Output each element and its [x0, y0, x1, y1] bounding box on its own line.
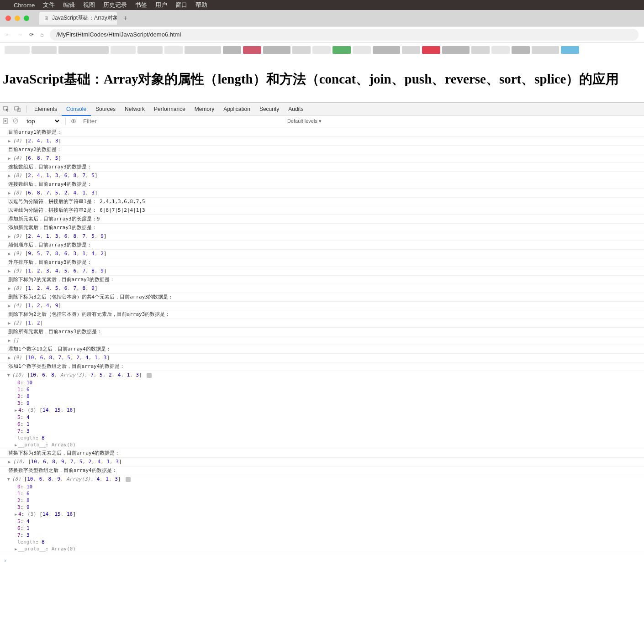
console-log-text: 连接数组后，目前array3的数据是： — [0, 163, 644, 172]
device-icon[interactable] — [14, 105, 21, 113]
object-entry[interactable]: ▶4: (3) [14, 15, 16] — [0, 407, 644, 414]
bookmark-item[interactable] — [223, 46, 241, 54]
object-entry[interactable]: 1: 6 — [0, 490, 644, 497]
devtools-tab-memory[interactable]: Memory — [190, 103, 219, 115]
bookmark-item[interactable] — [292, 46, 311, 54]
devtools-tab-sources[interactable]: Sources — [91, 103, 120, 115]
console-log-array[interactable]: ▶(4) [2, 4, 1, 3] — [0, 137, 644, 146]
minimize-window-button[interactable] — [15, 16, 20, 21]
console-log-array-expanded[interactable]: ▼(10) [10, 6, 8, Array(3), 7, 5, 2, 4, 1… — [0, 371, 644, 379]
bookmark-item[interactable] — [512, 46, 530, 54]
filter-input[interactable] — [81, 117, 200, 126]
console-log-text: 删除下标为2之后（包括它本身）的所有元素后，目前array3的数据是： — [0, 310, 644, 319]
app-name[interactable]: Chrome — [14, 2, 35, 9]
page-content: JavaScript基础：Array对象的属性（length）和方法（conca… — [0, 57, 644, 102]
bookmark-item[interactable] — [491, 46, 510, 54]
object-entry[interactable]: 2: 8 — [0, 393, 644, 400]
bookmark-item[interactable] — [137, 46, 163, 54]
log-levels-selector[interactable]: Default levels ▾ — [287, 118, 322, 124]
object-entry[interactable]: 7: 3 — [0, 428, 644, 435]
address-bar[interactable]: /MyFirstHtmlCodes/HtmlJavaScript/demo6.h… — [50, 29, 639, 41]
execute-icon[interactable] — [3, 118, 8, 125]
clear-console-icon[interactable] — [13, 118, 18, 125]
console-log-array[interactable]: ▶(9) [1, 2, 3, 4, 5, 6, 7, 8, 9] — [0, 267, 644, 276]
object-entry[interactable]: ▶4: (3) [14, 15, 16] — [0, 511, 644, 518]
menu-edit[interactable]: 编辑 — [63, 1, 75, 9]
menu-view[interactable]: 视图 — [83, 1, 95, 9]
devtools-tab-console[interactable]: Console — [62, 103, 91, 116]
bookmark-item[interactable] — [164, 46, 183, 54]
home-button[interactable]: ⌂ — [40, 31, 43, 38]
bookmark-item[interactable] — [243, 46, 261, 54]
object-length: length: 8 — [0, 539, 644, 545]
bookmark-item[interactable] — [561, 46, 579, 54]
console-log-array[interactable]: ▶(8) [2, 4, 1, 3, 6, 8, 7, 5] — [0, 172, 644, 180]
object-entry[interactable]: 3: 9 — [0, 400, 644, 407]
object-entry[interactable]: 7: 3 — [0, 532, 644, 539]
console-log-array[interactable]: ▶(10) [10, 6, 8, 9, 7, 5, 2, 4, 1, 3] — [0, 458, 644, 466]
devtools-tab-performance[interactable]: Performance — [149, 103, 190, 115]
browser-tab[interactable]: 🗎 JavaScript基础：Array对象的属 × — [39, 12, 117, 25]
object-proto[interactable]: ▶__proto__: Array(0) — [0, 545, 644, 553]
object-entry[interactable]: 6: 1 — [0, 421, 644, 428]
bookmark-item[interactable] — [402, 46, 420, 54]
console-log-array[interactable]: ▶(8) [6, 8, 7, 5, 2, 4, 1, 3] — [0, 189, 644, 198]
bookmark-item[interactable] — [5, 46, 30, 54]
bookmark-item[interactable] — [263, 46, 290, 54]
bookmark-item[interactable] — [111, 46, 136, 54]
back-button[interactable]: ← — [5, 31, 11, 38]
object-entry[interactable]: 1: 6 — [0, 386, 644, 393]
menu-help[interactable]: 帮助 — [195, 1, 207, 9]
menu-user[interactable]: 用户 — [155, 1, 167, 9]
info-icon[interactable] — [147, 373, 152, 378]
object-entry[interactable]: 3: 9 — [0, 504, 644, 511]
info-icon[interactable] — [126, 477, 131, 482]
bookmark-item[interactable] — [312, 46, 331, 54]
bookmark-item[interactable] — [422, 46, 440, 54]
forward-button[interactable]: → — [17, 31, 23, 38]
context-selector[interactable]: top — [23, 116, 61, 126]
maximize-window-button[interactable] — [24, 16, 29, 21]
menu-bookmarks[interactable]: 书签 — [135, 1, 147, 9]
object-entry[interactable]: 0: 10 — [0, 379, 644, 386]
menu-history[interactable]: 历史记录 — [103, 1, 127, 9]
devtools-tab-network[interactable]: Network — [120, 103, 149, 115]
reload-button[interactable]: ⟳ — [29, 31, 34, 38]
object-entry[interactable]: 6: 1 — [0, 525, 644, 532]
bookmark-item[interactable] — [442, 46, 470, 54]
bookmark-item[interactable] — [58, 46, 109, 54]
inspect-icon[interactable] — [3, 105, 10, 113]
console-log-array[interactable]: ▶[] — [0, 336, 644, 345]
object-proto[interactable]: ▶__proto__: Array(0) — [0, 441, 644, 449]
bookmark-item[interactable] — [373, 46, 400, 54]
eye-icon[interactable] — [70, 119, 77, 124]
close-window-button[interactable] — [5, 16, 11, 21]
console-prompt[interactable]: › — [0, 557, 644, 565]
bookmark-item[interactable] — [333, 46, 351, 54]
object-entry[interactable]: 5: 4 — [0, 518, 644, 525]
console-log-array-expanded[interactable]: ▼(8) [10, 6, 8, 9, Array(3), 4, 1, 3] — [0, 475, 644, 483]
console-log-array[interactable]: ▶(9) [9, 5, 7, 8, 6, 3, 1, 4, 2] — [0, 250, 644, 258]
object-entry[interactable]: 0: 10 — [0, 483, 644, 490]
menu-window[interactable]: 窗口 — [175, 1, 187, 9]
bookmark-item[interactable] — [353, 46, 371, 54]
console-log-array[interactable]: ▶(9) [2, 4, 1, 3, 6, 8, 7, 5, 9] — [0, 232, 644, 241]
console-log-text: 以竖线为分隔符，拼接后的字符串2是： 6|8|7|5|2|4|1|3 — [0, 206, 644, 215]
new-tab-button[interactable]: + — [123, 14, 127, 22]
object-entry[interactable]: 2: 8 — [0, 497, 644, 504]
console-log-array[interactable]: ▶(4) [6, 8, 7, 5] — [0, 154, 644, 163]
bookmark-item[interactable] — [471, 46, 490, 54]
devtools-tab-elements[interactable]: Elements — [30, 103, 62, 115]
devtools-tab-application[interactable]: Application — [219, 103, 255, 115]
bookmark-item[interactable] — [185, 46, 221, 54]
object-entry[interactable]: 5: 4 — [0, 414, 644, 421]
console-log-array[interactable]: ▶(4) [1, 2, 4, 9] — [0, 302, 644, 310]
devtools-tab-audits[interactable]: Audits — [284, 103, 308, 115]
console-log-array[interactable]: ▶(8) [1, 2, 4, 5, 6, 7, 8, 9] — [0, 284, 644, 293]
console-log-array[interactable]: ▶(9) [10, 6, 8, 7, 5, 2, 4, 1, 3] — [0, 354, 644, 362]
devtools-tab-security[interactable]: Security — [255, 103, 284, 115]
bookmark-item[interactable] — [532, 46, 559, 54]
bookmark-item[interactable] — [32, 46, 57, 54]
console-log-array[interactable]: ▶(2) [1, 2] — [0, 319, 644, 328]
menu-file[interactable]: 文件 — [43, 1, 55, 9]
